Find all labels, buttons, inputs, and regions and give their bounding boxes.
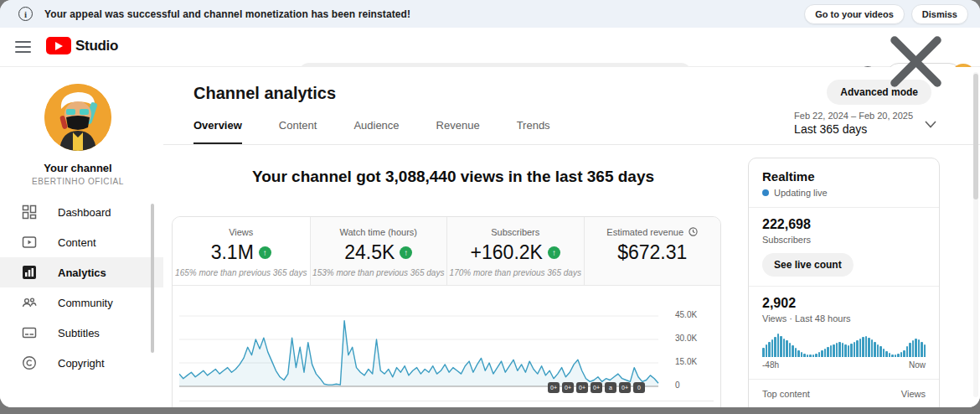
channel-handle: EBERTINHO OFICIAL xyxy=(0,177,156,186)
metric-watch-time[interactable]: Watch time (hours) 24.5K↑ 153% more than… xyxy=(310,217,447,285)
tab-content[interactable]: Content xyxy=(279,119,317,145)
realtime-bar xyxy=(885,351,888,357)
realtime-bar xyxy=(815,354,818,357)
overlay-badge[interactable]: 0+ xyxy=(562,382,574,393)
sidebar-nav: Dashboard Content xyxy=(0,197,163,378)
go-to-your-videos-button[interactable]: Go to your videos xyxy=(804,4,905,24)
tab-audience[interactable]: Audience xyxy=(353,119,399,145)
tab-revenue[interactable]: Revenue xyxy=(436,119,480,145)
sidebar-item-analytics[interactable]: Analytics xyxy=(0,257,163,287)
realtime-bar xyxy=(803,354,806,357)
page-scrollbar-thumb[interactable] xyxy=(973,74,978,199)
sidebar-item-community[interactable]: Community xyxy=(0,287,163,318)
overlay-badge[interactable]: a xyxy=(605,382,616,393)
sidebar-item-dashboard[interactable]: Dashboard xyxy=(0,197,163,227)
date-range-text: Feb 22, 2024 – Feb 20, 2025 xyxy=(794,111,913,121)
realtime-bar xyxy=(774,337,776,357)
axis-label-right: Now xyxy=(909,360,926,370)
realtime-bar xyxy=(830,345,833,357)
realtime-card: Realtime Updating live 222,698 Subscribe… xyxy=(748,158,940,407)
realtime-bar xyxy=(833,344,835,357)
realtime-bar xyxy=(809,354,812,357)
app-header: Studio ? xyxy=(0,28,980,67)
realtime-bar xyxy=(889,353,891,357)
realtime-bar xyxy=(877,344,879,357)
dismiss-button[interactable]: Dismiss xyxy=(911,4,968,24)
trend-up-icon: ↑ xyxy=(259,246,271,259)
see-live-count-button[interactable]: See live count xyxy=(762,253,854,277)
top-content-label: Top content xyxy=(762,389,810,399)
overlay-badge[interactable]: 0+ xyxy=(591,382,602,393)
copyright-icon xyxy=(22,355,37,370)
realtime-bar xyxy=(862,337,864,357)
sidebar-item-label: Community xyxy=(58,297,113,309)
realtime-bar xyxy=(924,344,926,357)
analytics-icon xyxy=(22,265,37,280)
notification-banner: i Your appeal was successful and channel… xyxy=(0,0,980,28)
realtime-bar xyxy=(909,343,911,357)
sidebar-item-subtitles[interactable]: Subtitles xyxy=(0,318,163,348)
tab-trends[interactable]: Trends xyxy=(517,119,550,145)
realtime-bar xyxy=(859,339,862,357)
metric-tabs-row: Views 3.1M↑ 165% more than previous 365 … xyxy=(173,217,720,286)
realtime-bar xyxy=(921,342,923,357)
metric-value: 3.1M xyxy=(211,241,254,264)
banner-text: Your appeal was successful and channel m… xyxy=(44,8,410,20)
realtime-bar xyxy=(906,346,909,357)
sidebar-item-content[interactable]: Content xyxy=(0,227,163,257)
realtime-subscribers-label: Subscribers xyxy=(762,235,926,245)
axis-label-left: -48h xyxy=(762,360,779,370)
advanced-mode-button[interactable]: Advanced mode xyxy=(827,80,931,105)
realtime-bar xyxy=(871,339,874,357)
community-icon xyxy=(22,295,37,310)
realtime-bar xyxy=(768,342,771,357)
realtime-bar xyxy=(807,354,809,357)
realtime-bar xyxy=(865,336,868,357)
metric-subscribers[interactable]: Subscribers +160.2K↑ 170% more than prev… xyxy=(446,217,584,285)
content-icon xyxy=(22,235,37,250)
realtime-bar xyxy=(879,346,882,357)
chart-bottom-divider xyxy=(179,401,714,401)
realtime-bar xyxy=(874,342,876,357)
channel-avatar-art xyxy=(44,84,111,151)
realtime-bar xyxy=(795,348,797,357)
realtime-bar-chart[interactable] xyxy=(762,334,926,357)
page-title: Channel analytics xyxy=(193,84,336,103)
overlay-badges: 0+0+0+0+a0+0 xyxy=(548,382,645,393)
realtime-bar xyxy=(827,347,829,357)
realtime-bar xyxy=(850,344,853,357)
menu-icon[interactable] xyxy=(15,41,31,53)
chevron-down-icon[interactable] xyxy=(925,121,936,128)
trend-up-icon: ↑ xyxy=(548,246,560,259)
sidebar-item-label: Analytics xyxy=(58,267,106,279)
overlay-badge[interactable]: 0+ xyxy=(548,382,560,393)
date-range-picker[interactable]: Feb 22, 2024 – Feb 20, 2025 Last 365 day… xyxy=(794,111,913,136)
sidebar-item-copyright[interactable]: Copyright xyxy=(0,348,163,378)
tab-overview[interactable]: Overview xyxy=(193,119,242,145)
realtime-bar xyxy=(842,343,844,357)
metric-estimated-revenue[interactable]: Estimated revenue $672.31 xyxy=(584,217,721,285)
y-axis-tick: 45.0K xyxy=(675,310,715,319)
realtime-bar xyxy=(783,339,786,357)
date-preset-text: Last 365 days xyxy=(794,122,913,136)
realtime-status: Updating live xyxy=(774,188,828,198)
youtube-studio-logo[interactable]: Studio xyxy=(46,37,118,54)
overlay-badge[interactable]: 0+ xyxy=(576,382,588,393)
sidebar-scrollbar[interactable] xyxy=(151,204,154,353)
metric-note: 165% more than previous 365 days xyxy=(173,268,310,277)
overlay-badge[interactable]: 0 xyxy=(633,382,645,393)
screen: i Your appeal was successful and channel… xyxy=(0,0,980,414)
metric-value: +160.2K xyxy=(471,241,543,264)
tabs-divider xyxy=(163,144,980,145)
metric-views[interactable]: Views 3.1M↑ 165% more than previous 365 … xyxy=(173,217,310,285)
sidebar-item-label: Content xyxy=(58,236,96,249)
channel-avatar[interactable] xyxy=(44,84,111,151)
metric-note: 170% more than previous 365 days xyxy=(447,268,584,277)
overlay-badge[interactable]: 0+ xyxy=(619,382,631,393)
realtime-bar xyxy=(766,344,768,357)
realtime-bar xyxy=(801,352,803,357)
realtime-bar xyxy=(854,342,856,357)
channel-name: Your channel xyxy=(0,162,156,174)
realtime-title: Realtime xyxy=(762,169,926,184)
views-column-label: Views xyxy=(901,389,926,399)
